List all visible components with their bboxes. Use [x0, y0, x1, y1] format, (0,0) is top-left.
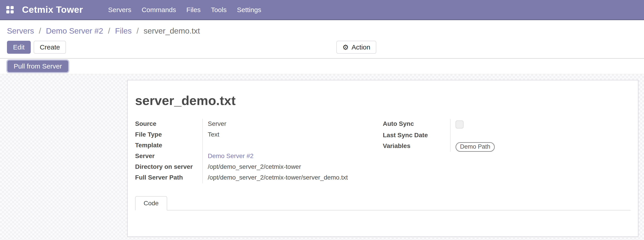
breadcrumb-separator: /: [108, 26, 110, 35]
field-row-last-sync-date: Last Sync Date: [383, 130, 630, 141]
field-row-server: Server Demo Server #2: [135, 151, 383, 162]
field-label: Directory on server: [135, 162, 202, 173]
menu-settings[interactable]: Settings: [237, 6, 261, 14]
breadcrumb-files[interactable]: Files: [115, 26, 132, 35]
field-label: Full Server Path: [135, 173, 202, 183]
menu-servers[interactable]: Servers: [108, 6, 131, 14]
field-value: Text: [202, 130, 383, 140]
field-value: Server: [202, 119, 383, 130]
notebook-tabs: Code: [135, 196, 630, 211]
main-menu: Servers Commands Files Tools Settings: [108, 6, 262, 14]
menu-commands[interactable]: Commands: [142, 6, 176, 14]
pull-from-server-button[interactable]: Pull from Server: [8, 60, 68, 72]
field-value: [450, 119, 630, 130]
menu-tools[interactable]: Tools: [211, 6, 227, 14]
field-label: Source: [135, 119, 202, 130]
breadcrumb-current-file: server_demo.txt: [144, 26, 200, 35]
field-grid: Source Server File Type Text Template Se…: [135, 119, 630, 183]
field-value: [450, 130, 630, 141]
menu-files[interactable]: Files: [186, 6, 200, 14]
control-panel: Edit Create ⚙ Action: [7, 41, 644, 54]
field-value: [202, 140, 383, 151]
field-label: Server: [135, 151, 202, 162]
breadcrumb-separator: /: [39, 26, 41, 35]
variable-tag[interactable]: Demo Path: [456, 142, 495, 152]
field-row-directory: Directory on server /opt/demo_server_2/c…: [135, 162, 383, 173]
form-background: server_demo.txt Source Server File Type …: [0, 74, 644, 240]
action-button[interactable]: ⚙ Action: [336, 41, 376, 54]
form-sheet: server_demo.txt Source Server File Type …: [127, 80, 638, 237]
field-label: Auto Sync: [383, 119, 450, 130]
field-row-auto-sync: Auto Sync: [383, 119, 630, 130]
field-value: Demo Server #2: [202, 151, 383, 162]
action-button-label: Action: [352, 43, 370, 51]
tab-code[interactable]: Code: [135, 196, 167, 211]
field-column-right: Auto Sync Last Sync Date Variables Demo …: [383, 119, 630, 183]
app-brand-title: Cetmix Tower: [22, 4, 83, 15]
field-column-left: Source Server File Type Text Template Se…: [135, 119, 383, 183]
field-value: /opt/demo_server_2/cetmix-tower: [202, 162, 383, 173]
page-title: server_demo.txt: [135, 93, 630, 108]
breadcrumb-servers[interactable]: Servers: [7, 26, 34, 35]
breadcrumb-demo-server[interactable]: Demo Server #2: [46, 26, 103, 35]
top-navbar: Cetmix Tower Servers Commands Files Tool…: [0, 0, 644, 20]
server-link[interactable]: Demo Server #2: [208, 152, 254, 159]
field-row-template: Template: [135, 140, 383, 151]
field-label: Template: [135, 140, 202, 151]
apps-menu-icon[interactable]: [6, 6, 14, 13]
field-label: Variables: [383, 141, 450, 152]
field-row-full-path: Full Server Path /opt/demo_server_2/cetm…: [135, 173, 383, 183]
gear-icon: ⚙: [342, 44, 349, 51]
breadcrumb-separator: /: [136, 26, 139, 35]
field-value: Demo Path: [450, 141, 630, 152]
field-label: File Type: [135, 130, 202, 140]
field-row-file-type: File Type Text: [135, 130, 383, 140]
field-value: /opt/demo_server_2/cetmix-tower/server_d…: [202, 173, 383, 183]
field-row-source: Source Server: [135, 119, 383, 130]
field-label: Last Sync Date: [383, 130, 450, 141]
breadcrumb: Servers / Demo Server #2 / Files / serve…: [0, 20, 644, 39]
create-button[interactable]: Create: [34, 41, 66, 54]
edit-button[interactable]: Edit: [7, 41, 31, 54]
statusbar: Pull from Server: [0, 59, 644, 74]
auto-sync-checkbox[interactable]: [456, 120, 464, 128]
field-row-variables: Variables Demo Path: [383, 141, 630, 152]
